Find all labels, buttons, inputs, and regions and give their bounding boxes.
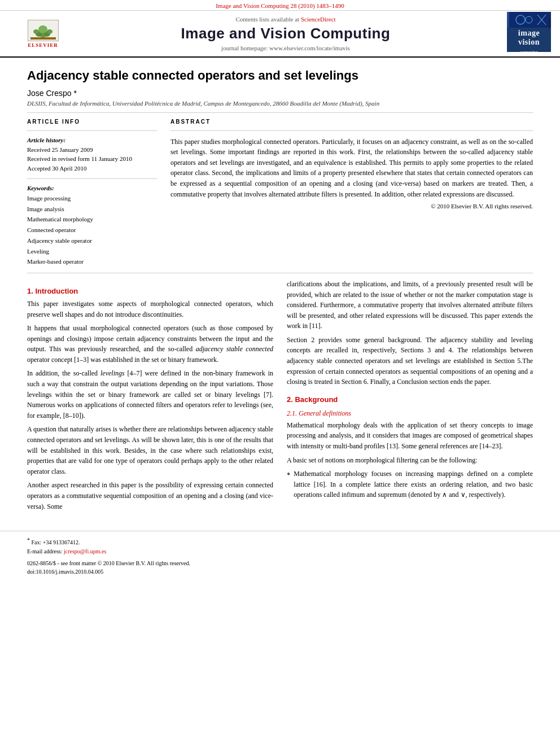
divider-abstract xyxy=(170,130,533,131)
svg-point-6 xyxy=(47,29,53,34)
background-heading: 2. Background xyxy=(287,395,533,404)
keywords-list: Image processing Image analysis Mathemat… xyxy=(27,193,157,267)
bullet-text-1: Mathematical morphology focuses on incre… xyxy=(294,469,533,500)
general-definitions-heading: 2.1. General definitions xyxy=(287,409,533,418)
footnote-email: E-mail address: jcrespo@fi.upm.es xyxy=(27,547,533,556)
elsevier-tree-logo xyxy=(28,20,59,41)
right-section2-intro: Section 2 provides some general backgrou… xyxy=(287,335,533,387)
intro-para-5: Another aspect researched in this paper … xyxy=(27,480,273,512)
article-author: Jose Crespo * xyxy=(27,89,533,98)
abstract-text: This paper studies morphological connect… xyxy=(170,137,533,200)
top-journal-reference: Image and Vision Computing 28 (2010) 148… xyxy=(0,0,560,11)
journal-title-area: Contents lists available at ScienceDirec… xyxy=(77,16,495,51)
keywords-title: Keywords: xyxy=(27,185,157,191)
abstract-label: ABSTRACT xyxy=(170,119,533,125)
right-column: clarifications about the implications, a… xyxy=(287,279,533,515)
accepted-date: Accepted 30 April 2010 xyxy=(27,164,157,173)
doi-line: doi:10.1016/j.imavis.2010.04.005 xyxy=(27,567,533,576)
article-affiliation: DLSIIS, Facultad de Informática, Univers… xyxy=(27,100,533,107)
article-content: Adjacency stable connected operators and… xyxy=(0,58,560,525)
journal-reference-text: Image and Vision Computing 28 (2010) 148… xyxy=(216,2,344,9)
ivc-logo: imagevisioncomputing xyxy=(507,15,551,52)
ivc-title-text: imagevisioncomputing xyxy=(518,29,540,55)
elsevier-text: ELSEVIER xyxy=(28,42,58,48)
article-info-column: ARTICLE INFO Article history: Received 2… xyxy=(27,119,157,267)
elsevier-logo-area: ELSEVIER xyxy=(9,20,77,48)
article-meta-row: ARTICLE INFO Article history: Received 2… xyxy=(27,119,533,267)
article-title: Adjacency stable connected operators and… xyxy=(27,68,533,84)
abstract-column: ABSTRACT This paper studies morphologica… xyxy=(170,119,533,267)
divider-main xyxy=(27,273,533,273)
intro-para-3: In addition, the so-called levelings [4–… xyxy=(27,368,273,421)
revised-date: Received in revised form 11 January 2010 xyxy=(27,154,157,164)
divider-info xyxy=(27,130,157,131)
divider-1 xyxy=(27,112,533,113)
journal-homepage: journal homepage: www.elsevier.com/locat… xyxy=(77,45,495,51)
svg-rect-7 xyxy=(30,37,56,40)
keyword-6: Leveling xyxy=(27,246,157,257)
footer: * Fax: +34 913367412. E-mail address: jc… xyxy=(0,531,560,579)
sciencedirect-link[interactable]: ScienceDirect xyxy=(301,16,336,23)
keyword-2: Image analysis xyxy=(27,204,157,215)
history-title: Article history: xyxy=(27,137,157,143)
svg-point-5 xyxy=(33,29,39,34)
main-columns: 1. Introduction This paper investigates … xyxy=(27,279,533,515)
bullet-item-1: • Mathematical morphology focuses on inc… xyxy=(287,469,533,500)
keyword-1: Image processing xyxy=(27,193,157,204)
journal-header: ELSEVIER Contents lists available at Sci… xyxy=(0,11,560,58)
intro-heading: 1. Introduction xyxy=(27,287,273,295)
left-column: 1. Introduction This paper investigates … xyxy=(27,279,273,515)
sciencedirect-line: Contents lists available at ScienceDirec… xyxy=(77,16,495,23)
keyword-3: Mathematical morphology xyxy=(27,214,157,225)
intro-para-1: This paper investigates some aspects of … xyxy=(27,299,273,320)
ivc-image xyxy=(507,12,551,28)
svg-rect-8 xyxy=(509,12,549,28)
copyright-line: 0262-8856/$ - see front matter © 2010 El… xyxy=(27,559,533,567)
background-para-1: Mathematical morphology deals with the a… xyxy=(287,420,533,452)
bullet-dot-1: • xyxy=(287,469,290,500)
footnote-fax: * Fax: +34 913367412. xyxy=(27,536,533,547)
background-para-2: A basic set of notions on morphological … xyxy=(287,455,533,466)
divider-info-2 xyxy=(27,178,157,179)
received-date: Received 25 January 2009 xyxy=(27,145,157,155)
article-info-label: ARTICLE INFO xyxy=(27,119,157,125)
keyword-7: Marker-based operator xyxy=(27,256,157,267)
abstract-copyright: © 2010 Elsevier B.V. All rights reserved… xyxy=(170,203,533,209)
ivc-logo-area: imagevisioncomputing xyxy=(495,15,551,52)
intro-para-2: It happens that usual morphological conn… xyxy=(27,323,273,365)
keyword-5: Adjacency stable operator xyxy=(27,235,157,246)
right-intro-continued: clarifications about the implications, a… xyxy=(287,279,533,331)
keyword-4: Connected operator xyxy=(27,225,157,235)
svg-point-4 xyxy=(38,25,47,33)
intro-para-4: A question that naturally arises is whet… xyxy=(27,424,273,477)
journal-title: Image and Vision Computing xyxy=(77,25,495,42)
